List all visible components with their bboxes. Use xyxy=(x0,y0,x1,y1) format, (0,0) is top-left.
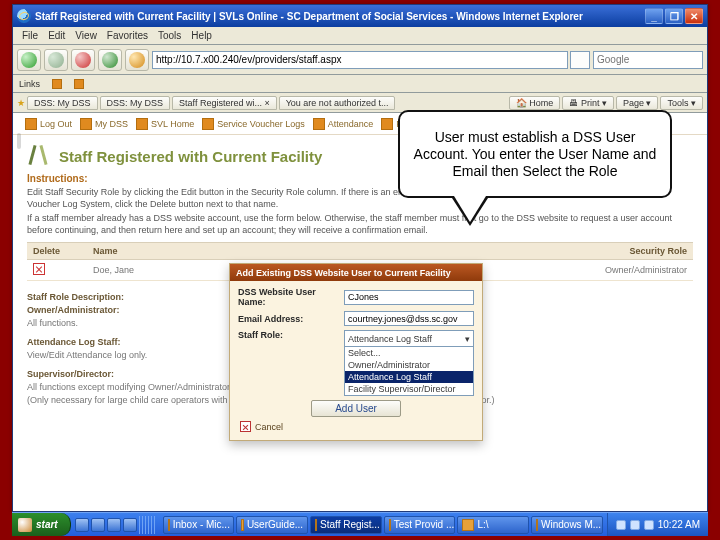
links-label: Links xyxy=(19,79,40,89)
delete-row-button[interactable] xyxy=(33,263,45,275)
favorites-star-icon[interactable]: ★ xyxy=(17,98,25,108)
roles-head: Staff Role Description: xyxy=(27,292,124,302)
task-1[interactable]: Inbox - Mic... xyxy=(163,516,235,534)
role-options: Select... Owner/Administrator Attendance… xyxy=(345,346,473,395)
system-tray: 10:22 AM xyxy=(607,513,708,536)
tab-2[interactable]: DSS: My DSS xyxy=(100,96,171,110)
page-title: Staff Registered with Current Facility xyxy=(59,148,322,165)
role-selected: Attendance Log Staff xyxy=(348,334,432,344)
links-bar: Links xyxy=(13,75,707,93)
ie-window: Staff Registered with Current Facility |… xyxy=(12,4,708,512)
tray-icon-1[interactable] xyxy=(616,520,626,530)
window-buttons: _ ❐ ✕ xyxy=(645,8,703,24)
address-bar[interactable] xyxy=(152,51,568,69)
address-wrap xyxy=(152,51,590,69)
col-name: Name xyxy=(87,243,553,259)
forward-button[interactable] xyxy=(44,49,68,71)
minimize-button[interactable]: _ xyxy=(645,8,663,24)
nav-voucher[interactable]: Service Voucher Logs xyxy=(202,118,305,130)
tool-tools[interactable]: Tools ▾ xyxy=(660,96,703,110)
start-button[interactable]: start xyxy=(12,513,71,536)
col-delete: Delete xyxy=(27,243,87,259)
menu-view[interactable]: View xyxy=(72,29,100,42)
start-label: start xyxy=(36,519,58,530)
ql-item-1[interactable] xyxy=(75,518,89,532)
task-3[interactable]: Staff Regist... xyxy=(310,516,382,534)
ql-item-3[interactable] xyxy=(107,518,121,532)
scroll-artifact xyxy=(17,133,21,149)
instruction-callout: User must establish a DSS User Account. … xyxy=(398,110,672,198)
home-button[interactable] xyxy=(125,49,149,71)
nav-attendance[interactable]: Attendance xyxy=(313,118,374,130)
instructions-line2: If a staff member already has a DSS webs… xyxy=(27,212,693,236)
page-glyph-icon xyxy=(27,145,49,167)
role-dropdown[interactable]: Attendance Log Staff▾ Select... Owner/Ad… xyxy=(344,330,474,396)
cancel-button[interactable]: Cancel xyxy=(240,421,474,432)
chevron-down-icon: ▾ xyxy=(465,334,470,344)
menu-favorites[interactable]: Favorites xyxy=(104,29,151,42)
cancel-icon xyxy=(240,421,251,432)
quick-launch xyxy=(71,513,159,536)
tab-1[interactable]: DSS: My DSS xyxy=(27,96,98,110)
menu-bar: File Edit View Favorites Tools Help xyxy=(13,27,707,45)
ql-item-2[interactable] xyxy=(91,518,105,532)
task-5[interactable]: L:\ xyxy=(457,516,529,534)
close-button[interactable]: ✕ xyxy=(685,8,703,24)
role-label: Staff Role: xyxy=(238,330,338,340)
role-option-2[interactable]: Attendance Log Staff xyxy=(345,371,473,383)
role-owner-title: Owner/Administrator: xyxy=(27,305,120,315)
user-name-input[interactable] xyxy=(344,290,474,305)
ie-icon xyxy=(17,9,31,23)
task-4[interactable]: Test Provid ... xyxy=(384,516,456,534)
task-6[interactable]: Windows M... xyxy=(531,516,603,534)
role-option-0[interactable]: Select... xyxy=(345,347,473,359)
tab-3[interactable]: Staff Registered wi... × xyxy=(172,96,277,110)
windows-logo-icon xyxy=(18,518,32,532)
menu-edit[interactable]: Edit xyxy=(45,29,68,42)
role-att-title: Attendance Log Staff: xyxy=(27,337,121,347)
search-box[interactable] xyxy=(593,51,703,69)
taskbar-tasks: Inbox - Mic... UserGuide... Staff Regist… xyxy=(159,513,607,536)
callout-text: User must establish a DSS User Account. … xyxy=(410,129,660,180)
tool-print[interactable]: 🖶 Print ▾ xyxy=(562,96,614,110)
dialog-title: Add Existing DSS Website User to Current… xyxy=(230,264,482,281)
row-role: Owner/Administrator xyxy=(553,262,693,278)
maximize-button[interactable]: ❐ xyxy=(665,8,683,24)
nav-toolbar xyxy=(13,45,707,75)
window-titlebar: Staff Registered with Current Facility |… xyxy=(13,5,707,27)
back-button[interactable] xyxy=(17,49,41,71)
nav-logout[interactable]: Log Out xyxy=(25,118,72,130)
user-label: DSS Website User Name: xyxy=(238,287,338,307)
cancel-label: Cancel xyxy=(255,422,283,432)
stop-button[interactable] xyxy=(71,49,95,71)
window-title: Staff Registered with Current Facility |… xyxy=(35,11,641,22)
ql-item-4[interactable] xyxy=(123,518,137,532)
tool-home[interactable]: 🏠 Home xyxy=(509,96,561,110)
add-user-dialog: Add Existing DSS Website User to Current… xyxy=(229,263,483,441)
menu-file[interactable]: File xyxy=(19,29,41,42)
tool-page[interactable]: Page ▾ xyxy=(616,96,659,110)
col-role: Security Role xyxy=(553,243,693,259)
role-sup-title: Supervisor/Director: xyxy=(27,369,114,379)
tab-4[interactable]: You are not authorized t... xyxy=(279,96,396,110)
windows-taskbar: start Inbox - Mic... UserGuide... Staff … xyxy=(12,512,708,536)
fav-link-1[interactable] xyxy=(52,79,62,89)
role-option-1[interactable]: Owner/Administrator xyxy=(345,359,473,371)
callout-tail xyxy=(454,196,486,222)
add-user-button[interactable]: Add User xyxy=(311,400,401,417)
refresh-button[interactable] xyxy=(98,49,122,71)
fav-link-2[interactable] xyxy=(74,79,84,89)
nav-svlhome[interactable]: SVL Home xyxy=(136,118,194,130)
tray-icon-2[interactable] xyxy=(630,520,640,530)
ql-overflow[interactable] xyxy=(139,516,155,534)
task-2[interactable]: UserGuide... xyxy=(236,516,308,534)
nav-mydss[interactable]: My DSS xyxy=(80,118,128,130)
menu-help[interactable]: Help xyxy=(188,29,215,42)
dialog-body: DSS Website User Name: Email Address: St… xyxy=(230,281,482,440)
email-input[interactable] xyxy=(344,311,474,326)
role-option-3[interactable]: Facility Supervisor/Director xyxy=(345,383,473,395)
staff-table-header: Delete Name Security Role xyxy=(27,243,693,260)
go-button[interactable] xyxy=(570,51,590,69)
menu-tools[interactable]: Tools xyxy=(155,29,184,42)
tray-icon-3[interactable] xyxy=(644,520,654,530)
